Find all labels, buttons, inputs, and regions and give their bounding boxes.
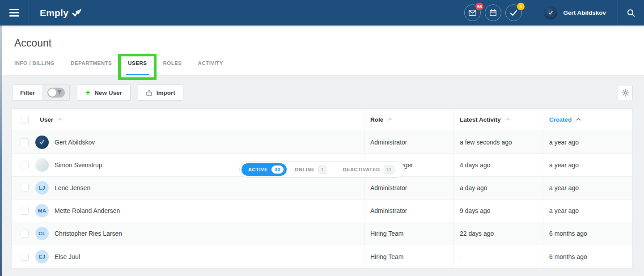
row-checkbox[interactable] — [21, 161, 29, 169]
role-cell: Administrator — [364, 177, 453, 199]
tabs: INFO / BILLINGDEPARTMENTSUSERSROLESACTIV… — [14, 60, 644, 75]
latest-activity-cell: a day ago — [453, 177, 543, 199]
segment-online[interactable]: ONLINE1 — [287, 163, 335, 176]
column-label: User — [40, 116, 53, 123]
top-navbar: Emply 56 1 — [0, 0, 644, 25]
segment-label: ACTIVE — [248, 167, 268, 172]
filter-toggle[interactable] — [42, 85, 69, 100]
calendar-icon — [490, 9, 496, 16]
segment-deactivated[interactable]: DEACTIVATED11 — [335, 163, 402, 176]
tab-departments[interactable]: DEPARTMENTS — [71, 60, 112, 66]
user-name: Lene Jensen — [55, 184, 90, 191]
row-checkbox[interactable] — [21, 207, 29, 215]
page-title: Account — [14, 37, 644, 49]
plus-icon: + — [85, 88, 90, 97]
segment-count-badge: 1 — [318, 166, 326, 174]
created-cell: 6 months ago — [543, 245, 632, 268]
created-cell: a year ago — [543, 177, 632, 199]
brand-name: Emply — [40, 8, 68, 18]
user-name: Gert Abildskov — [563, 9, 606, 16]
segment-count-badge: 11 — [384, 166, 394, 174]
column-label: Role — [370, 116, 383, 123]
tasks-button[interactable]: 1 — [505, 4, 522, 21]
tab-activity[interactable]: ACTIVITY — [198, 60, 223, 66]
user-avatar: MA — [35, 204, 49, 217]
import-button[interactable]: Import — [138, 85, 183, 101]
tab-roles[interactable]: ROLES — [163, 60, 182, 66]
table-row[interactable]: CLChristopher Ries LarsenHiring Team22 d… — [12, 222, 632, 245]
user-name: Gert Abildskov — [55, 139, 95, 146]
role-cell: Administrator — [364, 131, 453, 153]
role-cell: Administrator — [364, 200, 453, 222]
import-label: Import — [157, 89, 175, 96]
users-table: User Role Latest Activity Created Gert A… — [11, 108, 633, 268]
user-avatar — [35, 158, 49, 172]
latest-activity-cell: a few seconds ago — [453, 131, 543, 153]
user-avatar — [544, 6, 557, 20]
tab-info-billing[interactable]: INFO / BILLING — [14, 60, 55, 66]
user-cell: EJElse Juul — [12, 245, 364, 268]
sort-caret-icon — [505, 118, 510, 121]
table-header: User Role Latest Activity Created — [12, 109, 632, 131]
row-checkbox[interactable] — [21, 253, 29, 261]
table-row[interactable]: MAMette Roland AndersenAdministrator9 da… — [12, 200, 632, 222]
role-cell: Hiring Team — [364, 222, 453, 245]
user-cell: CLChristopher Ries Larsen — [12, 222, 364, 245]
segment-label: DEACTIVATED — [343, 167, 380, 172]
latest-activity-cell: 4 days ago — [453, 154, 543, 176]
new-user-button[interactable]: + New User — [77, 85, 131, 101]
latest-activity-cell: 22 days ago — [453, 222, 543, 245]
page-header: Account INFO / BILLINGDEPARTMENTSUSERSRO… — [2, 25, 644, 76]
table-row[interactable]: EJElse JuulHiring Team-6 months ago — [12, 245, 632, 268]
row-checkbox[interactable] — [21, 138, 29, 146]
tasks-badge: 1 — [517, 3, 525, 10]
search-button[interactable] — [618, 0, 644, 25]
column-header-latest-activity[interactable]: Latest Activity — [453, 109, 543, 131]
new-user-label: New User — [94, 89, 122, 96]
latest-activity-cell: 9 days ago — [453, 200, 543, 222]
hamburger-menu-icon[interactable] — [0, 0, 29, 25]
created-cell: a year ago — [543, 131, 632, 153]
column-header-created[interactable]: Created — [543, 109, 632, 131]
column-label: Latest Activity — [460, 116, 501, 123]
segment-active[interactable]: ACTIVE40 — [242, 163, 287, 176]
sort-caret-icon — [576, 118, 581, 121]
user-avatar — [35, 136, 49, 149]
table-row[interactable]: Gert AbildskovAdministratora few seconds… — [12, 131, 632, 154]
sort-caret-icon — [388, 118, 393, 121]
tab-users[interactable]: USERS — [128, 60, 147, 66]
column-label: Created — [549, 116, 572, 123]
messages-button[interactable]: 56 — [464, 4, 481, 21]
filter-button[interactable]: Filter — [12, 85, 70, 101]
table-body: Gert AbildskovAdministratora few seconds… — [12, 131, 632, 268]
segment-count-badge: 40 — [271, 166, 284, 174]
sort-caret-icon — [58, 118, 63, 121]
created-cell: a year ago — [543, 154, 632, 176]
user-name: Else Juul — [55, 253, 80, 260]
import-icon — [146, 89, 153, 96]
user-cell: Gert Abildskov — [12, 131, 364, 153]
latest-activity-cell: - — [453, 245, 543, 268]
table-settings-button[interactable] — [618, 85, 633, 100]
select-all-checkbox[interactable] — [21, 116, 29, 124]
filter-label: Filter — [13, 89, 42, 96]
messages-badge: 56 — [475, 3, 484, 10]
calendar-button[interactable] — [485, 4, 501, 21]
column-header-user[interactable]: User — [12, 109, 364, 131]
user-name: Simon Svenstrup — [55, 161, 102, 169]
user-avatar: EJ — [35, 250, 49, 263]
user-profile-menu[interactable]: Gert Abildskov — [532, 0, 618, 25]
search-icon — [627, 9, 635, 17]
table-row[interactable]: LJLene JensenAdministratora day agoa yea… — [12, 177, 632, 200]
gear-icon — [622, 89, 629, 97]
segment-label: ONLINE — [295, 167, 315, 172]
user-name: Christopher Ries Larsen — [55, 230, 122, 237]
row-checkbox[interactable] — [21, 184, 29, 192]
brand-logo[interactable]: Emply — [29, 8, 92, 18]
created-cell: 6 months ago — [543, 222, 632, 245]
role-cell: Hiring Team — [364, 245, 453, 268]
envelope-icon — [469, 10, 476, 16]
row-checkbox[interactable] — [21, 229, 29, 238]
user-avatar: CL — [35, 227, 49, 240]
column-header-role[interactable]: Role — [364, 109, 453, 131]
